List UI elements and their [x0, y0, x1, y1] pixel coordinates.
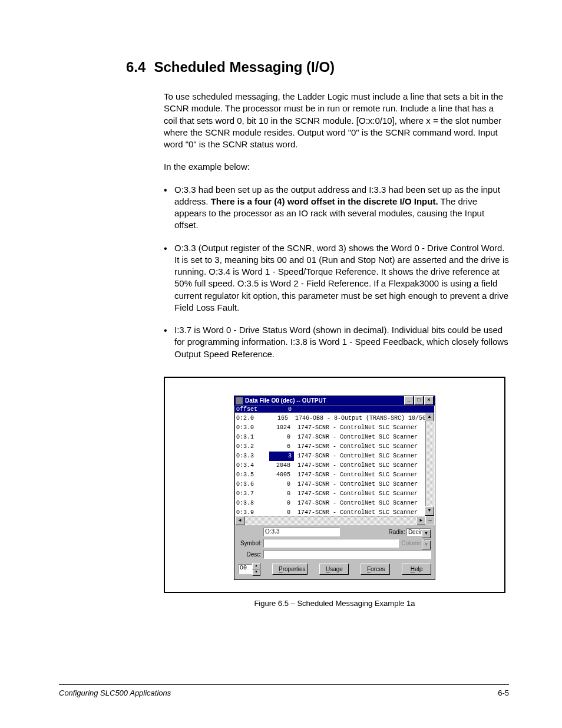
grid-body[interactable]: O:2.01651746-OB8 - 8-Output (TRANS-SRC) … [235, 413, 434, 516]
page-footer: Configuring SLC500 Applications 6-5 [59, 684, 509, 697]
footer-left: Configuring SLC500 Applications [59, 689, 171, 697]
address-input[interactable]: O:3.3 [263, 528, 340, 536]
file-spinner-value[interactable]: O0 [238, 564, 252, 574]
form-area: O:3.3 Radix: Decimal ▼ Symbol: Column: 1 [234, 525, 435, 579]
scroll-left-button[interactable]: ◄ [235, 516, 244, 525]
table-row[interactable]: O:3.331747-SCNR - ControlNet SLC Scanner [236, 452, 426, 461]
vertical-scrollbar[interactable] [425, 421, 434, 508]
table-row[interactable]: O:3.901747-SCNR - ControlNet SLC Scanner [236, 508, 426, 516]
table-row[interactable]: O:3.601747-SCNR - ControlNet SLC Scanner [236, 480, 426, 489]
desc-label: Desc: [238, 551, 263, 558]
scroll-corner: – [425, 516, 434, 525]
chevron-down-icon[interactable]: ▼ [422, 529, 431, 538]
table-row[interactable]: O:3.701747-SCNR - ControlNet SLC Scanner [236, 489, 426, 499]
table-row[interactable]: O:3.540951747-SCNR - ControlNet SLC Scan… [236, 470, 426, 480]
bullet-2: O:3.3 (Output register of the SCNR, word… [164, 242, 509, 314]
properties-button[interactable]: Properties [272, 564, 308, 575]
figure-frame: Data File O0 (dec) -- OUTPUT _ □ × Offse… [164, 377, 505, 593]
window-title: Data File O0 (dec) -- OUTPUT [245, 397, 404, 404]
column-label: Column: [401, 540, 423, 546]
table-row[interactable]: O:2.01651746-OB8 - 8-Output (TRANS-SRC) … [236, 414, 426, 423]
section-title: Scheduled Messaging (I/O) [154, 59, 335, 75]
chevron-down-icon: ▼ [422, 541, 431, 549]
figure-caption: Figure 6.5 – Scheduled Messaging Example… [164, 599, 505, 608]
titlebar[interactable]: Data File O0 (dec) -- OUTPUT _ □ × [234, 396, 435, 406]
symbol-input[interactable] [263, 539, 399, 548]
footer-page-number: 6-5 [498, 689, 509, 697]
scroll-right-button[interactable]: ► [416, 516, 426, 525]
bullet-list: O:3.3 had been set up as the output addr… [164, 184, 509, 360]
table-row[interactable]: O:3.261747-SCNR - ControlNet SLC Scanner [236, 442, 426, 452]
minimize-button[interactable]: _ [404, 396, 414, 405]
symbol-label: Symbol: [238, 540, 263, 546]
spin-up-icon[interactable]: ▲ [252, 563, 260, 569]
table-row[interactable]: O:3.801747-SCNR - ControlNet SLC Scanner [236, 499, 426, 508]
close-button[interactable]: × [424, 396, 434, 405]
forces-button[interactable]: Forces [361, 564, 390, 575]
scroll-down-button[interactable]: ▼ [425, 506, 434, 516]
table-row[interactable]: O:3.420481747-SCNR - ControlNet SLC Scan… [236, 461, 426, 470]
data-file-dialog: Data File O0 (dec) -- OUTPUT _ □ × Offse… [234, 396, 435, 580]
section-number: 6.4 [126, 59, 146, 75]
bullet-1: O:3.3 had been set up as the output addr… [164, 184, 509, 232]
window-icon [236, 397, 243, 404]
table-row[interactable]: O:3.010241747-SCNR - ControlNet SLC Scan… [236, 423, 426, 433]
maximize-button[interactable]: □ [414, 396, 424, 405]
paragraph-1: To use scheduled messaging, the Ladder L… [164, 91, 509, 150]
usage-button[interactable]: Usage [319, 564, 349, 575]
grid-header: Offset 0 [235, 406, 434, 413]
help-button[interactable]: Help [402, 564, 431, 575]
paragraph-2: In the example below: [164, 161, 509, 173]
desc-input[interactable] [263, 550, 431, 559]
spin-down-icon[interactable]: ▼ [252, 569, 260, 576]
col-offset: Offset [236, 406, 266, 413]
col-0: 0 [266, 406, 301, 413]
horizontal-scrollbar[interactable]: ◄ ► [235, 516, 426, 525]
table-row[interactable]: O:3.101747-SCNR - ControlNet SLC Scanner [236, 433, 426, 442]
file-spinner[interactable]: O0 ▲ ▼ [238, 563, 260, 576]
data-grid: Offset 0 O:2.01651746-OB8 - 8-Output (TR… [234, 406, 435, 525]
radix-label: Radix: [389, 529, 405, 535]
bullet-3: I:3.7 is Word 0 - Drive Status Word (sho… [164, 324, 509, 360]
section-heading: 6.4Scheduled Messaging (I/O) [126, 59, 509, 75]
